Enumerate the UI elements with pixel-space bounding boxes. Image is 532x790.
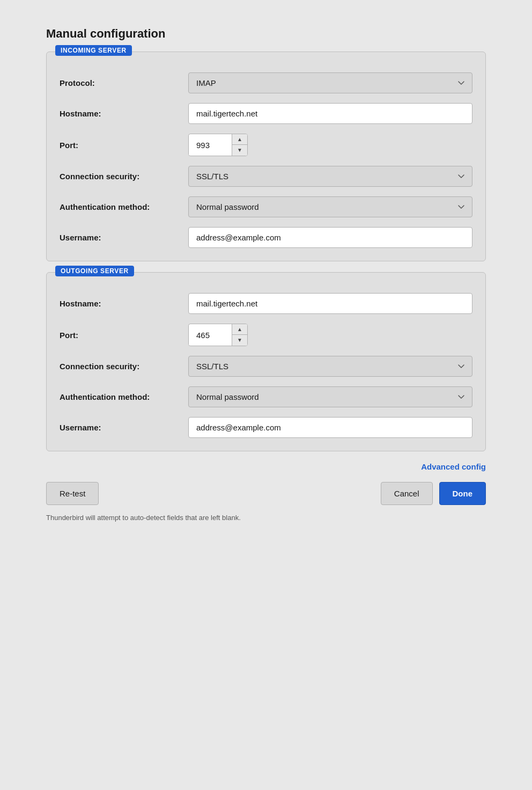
advanced-config-link[interactable]: Advanced config xyxy=(421,462,486,471)
incoming-username-label: Username: xyxy=(60,233,188,242)
incoming-username-control xyxy=(188,227,472,248)
incoming-server-section: INCOMING SERVER Protocol: IMAP POP3 SMTP… xyxy=(46,52,486,261)
incoming-port-label: Port: xyxy=(60,141,188,150)
retest-button[interactable]: Re-test xyxy=(46,482,99,505)
outgoing-port-spinners: ▲ ▼ xyxy=(232,324,247,346)
outgoing-hostname-label: Hostname: xyxy=(60,299,188,308)
incoming-auth-method-select[interactable]: Normal password Encrypted password OAuth… xyxy=(188,196,472,217)
outgoing-server-section: OUTGOING SERVER Hostname: Port: ▲ ▼ xyxy=(46,272,486,451)
manual-config-dialog: Manual configuration INCOMING SERVER Pro… xyxy=(30,16,502,538)
incoming-protocol-control: IMAP POP3 SMTP xyxy=(188,72,472,93)
incoming-server-label: INCOMING SERVER xyxy=(55,45,132,56)
incoming-username-input[interactable] xyxy=(188,227,472,248)
btn-left-group: Re-test xyxy=(46,482,99,505)
outgoing-connection-security-control: SSL/TLS STARTTLS None xyxy=(188,356,472,377)
outgoing-auth-method-control: Normal password Encrypted password OAuth… xyxy=(188,386,472,407)
advanced-config-section: Advanced config xyxy=(46,462,486,471)
incoming-hostname-control xyxy=(188,103,472,124)
outgoing-connection-security-select[interactable]: SSL/TLS STARTTLS None xyxy=(188,356,472,377)
btn-right-group: Cancel Done xyxy=(381,482,486,505)
outgoing-connection-security-label: Connection security: xyxy=(60,362,188,371)
incoming-protocol-row: Protocol: IMAP POP3 SMTP xyxy=(60,72,472,93)
footer-note: Thunderbird will attempt to auto-detect … xyxy=(46,514,486,522)
outgoing-server-label: OUTGOING SERVER xyxy=(55,266,134,276)
outgoing-port-label: Port: xyxy=(60,331,188,340)
outgoing-username-label: Username: xyxy=(60,423,188,432)
incoming-connection-security-control: SSL/TLS STARTTLS None xyxy=(188,166,472,187)
incoming-hostname-label: Hostname: xyxy=(60,109,188,118)
incoming-hostname-input[interactable] xyxy=(188,103,472,124)
outgoing-hostname-control xyxy=(188,293,472,314)
incoming-port-spinners: ▲ ▼ xyxy=(232,134,247,156)
outgoing-username-row: Username: xyxy=(60,417,472,438)
incoming-port-row: Port: ▲ ▼ xyxy=(60,134,472,156)
incoming-protocol-label: Protocol: xyxy=(60,78,188,87)
incoming-username-row: Username: xyxy=(60,227,472,248)
outgoing-auth-method-row: Authentication method: Normal password E… xyxy=(60,386,472,407)
outgoing-auth-method-label: Authentication method: xyxy=(60,392,188,401)
outgoing-username-input[interactable] xyxy=(188,417,472,438)
incoming-auth-method-label: Authentication method: xyxy=(60,202,188,211)
dialog-title: Manual configuration xyxy=(46,27,486,41)
incoming-port-down-button[interactable]: ▼ xyxy=(232,145,247,156)
button-row: Re-test Cancel Done xyxy=(46,482,486,505)
incoming-connection-security-row: Connection security: SSL/TLS STARTTLS No… xyxy=(60,166,472,187)
incoming-hostname-row: Hostname: xyxy=(60,103,472,124)
outgoing-port-input[interactable] xyxy=(189,325,232,345)
outgoing-hostname-row: Hostname: xyxy=(60,293,472,314)
outgoing-hostname-input[interactable] xyxy=(188,293,472,314)
incoming-protocol-select[interactable]: IMAP POP3 SMTP xyxy=(188,72,472,93)
done-button[interactable]: Done xyxy=(439,482,486,505)
outgoing-connection-security-row: Connection security: SSL/TLS STARTTLS No… xyxy=(60,356,472,377)
outgoing-port-control: ▲ ▼ xyxy=(188,324,472,346)
outgoing-port-input-wrap: ▲ ▼ xyxy=(188,324,248,346)
outgoing-username-control xyxy=(188,417,472,438)
incoming-auth-method-control: Normal password Encrypted password OAuth… xyxy=(188,196,472,217)
incoming-port-control: ▲ ▼ xyxy=(188,134,472,156)
incoming-connection-security-label: Connection security: xyxy=(60,172,188,181)
incoming-auth-method-row: Authentication method: Normal password E… xyxy=(60,196,472,217)
incoming-port-input-wrap: ▲ ▼ xyxy=(188,134,248,156)
outgoing-port-row: Port: ▲ ▼ xyxy=(60,324,472,346)
incoming-port-up-button[interactable]: ▲ xyxy=(232,134,247,145)
incoming-port-input[interactable] xyxy=(189,135,232,155)
incoming-connection-security-select[interactable]: SSL/TLS STARTTLS None xyxy=(188,166,472,187)
outgoing-port-row-inner: ▲ ▼ xyxy=(188,324,472,346)
cancel-button[interactable]: Cancel xyxy=(381,482,433,505)
outgoing-port-up-button[interactable]: ▲ xyxy=(232,324,247,335)
outgoing-port-down-button[interactable]: ▼ xyxy=(232,335,247,346)
outgoing-auth-method-select[interactable]: Normal password Encrypted password OAuth… xyxy=(188,386,472,407)
incoming-port-row-inner: ▲ ▼ xyxy=(188,134,472,156)
